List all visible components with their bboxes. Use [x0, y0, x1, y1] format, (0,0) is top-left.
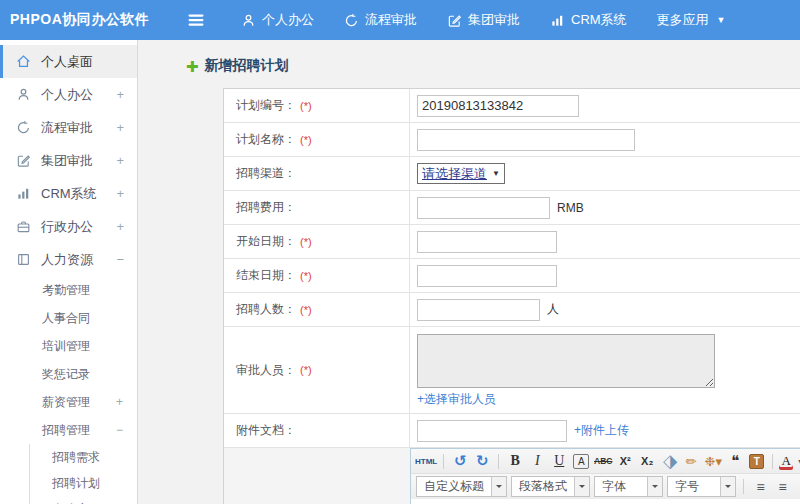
combo-arrow-icon[interactable] [647, 477, 662, 496]
undo-icon[interactable]: ↺ [450, 451, 470, 471]
field-label: 招聘人数： [236, 301, 296, 318]
topnav-label: 个人办公 [262, 11, 314, 29]
font-color-caret-icon[interactable]: ▾ [795, 451, 800, 471]
align-left-icon[interactable]: ≡ [750, 477, 770, 497]
field-label: 审批人员： [236, 362, 296, 379]
upload-attachment-link[interactable]: +附件上传 [574, 422, 629, 439]
sidebar-item-workflow-approval[interactable]: 流程审批 + [0, 111, 137, 144]
paste-icon[interactable]: T [749, 454, 764, 469]
expand-plus-icon[interactable]: + [116, 87, 124, 102]
channel-select[interactable]: 请选择渠道 ▼ [417, 163, 505, 184]
sidebar-item-salary[interactable]: 薪资管理+ [0, 388, 137, 416]
headcount-input[interactable] [417, 299, 540, 321]
topnav-crm-system[interactable]: CRM系统 [535, 0, 642, 40]
form-row-plan-name: 计划名称：(*) [224, 123, 800, 157]
end-date-input[interactable] [417, 265, 557, 287]
approvers-textarea[interactable] [417, 334, 715, 388]
font-size-select[interactable]: 字号 [667, 476, 736, 497]
align-center-icon[interactable]: ≡ [772, 477, 792, 497]
expand-plus-icon[interactable]: + [116, 219, 124, 234]
toolbar-separator[interactable] [743, 479, 744, 494]
custom-title-select[interactable]: 自定义标题 [416, 476, 507, 497]
expand-plus-icon[interactable]: + [116, 186, 124, 201]
start-date-input[interactable] [417, 231, 557, 253]
align-right-icon[interactable]: ≡ [794, 477, 800, 497]
choose-approvers-link[interactable]: +选择审批人员 [417, 391, 496, 408]
topnav-group-approval[interactable]: 集团审批 [432, 0, 535, 40]
eraser-icon[interactable]: ◪ [655, 449, 683, 474]
editor-toolbar-row-2: 自定义标题 段落格式 字体 [411, 474, 800, 499]
sidebar-item-desktop[interactable]: 个人桌面 [0, 45, 137, 78]
caret-down-icon: ▼ [717, 15, 726, 25]
sidebar-item-recruit-demand[interactable]: 招聘需求 [30, 444, 137, 470]
sidebar-item-admin-office[interactable]: 行政办公 + [0, 210, 137, 243]
sidebar-item-training[interactable]: 培训管理 [0, 332, 137, 360]
rich-text-editor: HTML ↺ ↻ B I [410, 448, 800, 504]
format-brush-icon[interactable]: ✏ [681, 451, 701, 471]
expand-plus-icon[interactable]: + [116, 395, 123, 409]
bold-button[interactable]: B [505, 451, 525, 471]
sidebar-item-recruit-plan[interactable]: 招聘计划 [30, 470, 137, 496]
sidebar-item-attendance[interactable]: 考勤管理 [0, 276, 137, 304]
expand-plus-icon[interactable]: + [116, 120, 124, 135]
html-source-button[interactable]: HTML [415, 451, 437, 471]
combo-arrow-icon[interactable] [720, 477, 735, 496]
sidebar: 个人桌面 个人办公 + 流程审批 + 集团审批 + CRM系统 + 行政办公 +… [0, 40, 138, 504]
topnav-workflow-approval[interactable]: 流程审批 [329, 0, 432, 40]
italic-button[interactable]: I [527, 451, 547, 471]
main-content: ✚ 新增招聘计划 计划编号：(*) 计划名称：(*) 招聘渠道： 请选择渠道 ▼… [139, 40, 800, 504]
strikethrough-button[interactable]: ABC [593, 451, 613, 471]
sidebar-item-crm-system[interactable]: CRM系统 + [0, 177, 137, 210]
combo-arrow-icon[interactable] [574, 477, 589, 496]
toolbar-separator[interactable] [772, 454, 773, 469]
bar-chart-icon [550, 13, 565, 28]
form-row-approvers: 审批人员：(*) +选择审批人员 [224, 327, 800, 414]
cost-input[interactable] [417, 197, 550, 219]
underline-button[interactable]: U [549, 451, 569, 471]
hamburger-menu-icon[interactable] [186, 10, 208, 30]
toolbar-separator[interactable] [443, 454, 444, 469]
paragraph-format-select[interactable]: 段落格式 [511, 476, 590, 497]
sidebar-item-rewards[interactable]: 奖惩记录 [0, 360, 137, 388]
home-icon [16, 54, 32, 69]
font-color-button[interactable]: A [779, 453, 793, 470]
required-marker: (*) [300, 304, 312, 316]
collapse-minus-icon[interactable]: − [116, 423, 123, 437]
topnav-more-apps[interactable]: 更多应用 ▼ [642, 0, 741, 40]
paint-format-icon[interactable]: ❉▾ [703, 451, 723, 471]
sidebar-item-group-approval[interactable]: 集团审批 + [0, 144, 137, 177]
editor-content-area[interactable] [411, 499, 800, 504]
topnav-personal-office[interactable]: 个人办公 [226, 0, 329, 40]
font-family-select[interactable]: 字体 [594, 476, 663, 497]
sidebar-item-hr-contract[interactable]: 人事合同 [0, 304, 137, 332]
topnav-label: 集团审批 [468, 11, 520, 29]
subscript-button[interactable]: X₂ [637, 451, 657, 471]
required-marker: (*) [300, 236, 312, 248]
expand-plus-icon[interactable]: + [116, 153, 124, 168]
recruitment-submenu: 招聘需求 招聘计划 人才库 [29, 444, 137, 504]
sidebar-item-recruitment[interactable]: 招聘管理− [0, 416, 137, 444]
sidebar-item-human-resources[interactable]: 人力资源 − [0, 243, 137, 276]
book-icon [16, 252, 32, 267]
combo-arrow-icon[interactable] [491, 477, 506, 496]
blockquote-button[interactable]: ❝ [725, 451, 745, 471]
required-marker: (*) [300, 100, 312, 112]
redo-icon[interactable]: ↻ [472, 451, 492, 471]
person-icon [16, 87, 32, 102]
form-row-channel: 招聘渠道： 请选择渠道 ▼ [224, 157, 800, 191]
toolbar-separator[interactable] [498, 454, 499, 469]
superscript-button[interactable]: X² [615, 451, 635, 471]
plan-name-input[interactable] [417, 129, 635, 151]
sidebar-item-talent-pool[interactable]: 人才库 [30, 496, 137, 504]
collapse-minus-icon[interactable]: − [116, 252, 124, 267]
required-marker: (*) [300, 270, 312, 282]
form-row-start-date: 开始日期：(*) [224, 225, 800, 259]
field-label: 招聘渠道： [236, 165, 296, 182]
sidebar-item-personal-office[interactable]: 个人办公 + [0, 78, 137, 111]
plan-number-input[interactable] [417, 95, 579, 117]
field-label: 附件文档： [236, 422, 296, 439]
attachment-input[interactable] [417, 420, 567, 442]
field-label: 计划编号： [236, 97, 296, 114]
font-style-button[interactable]: A [573, 454, 589, 469]
flow-arrow-icon [344, 13, 359, 28]
